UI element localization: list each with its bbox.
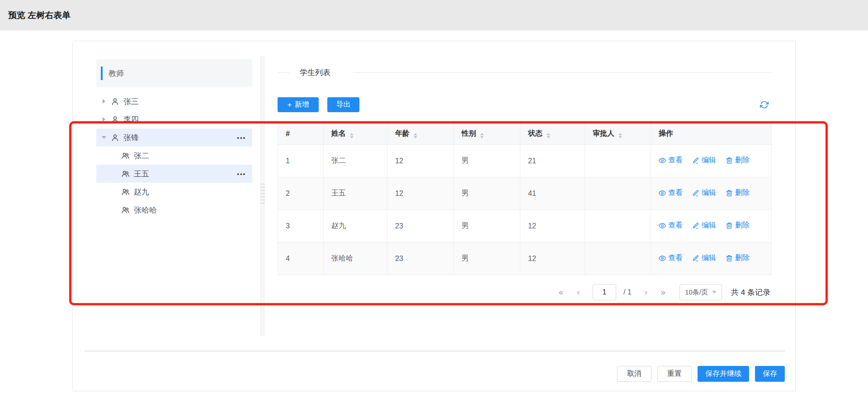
teacher-tree-panel: 教师 张三李四张锋•••张二王五•••赵九张哈哈 — [96, 59, 252, 219]
group-icon — [121, 152, 134, 160]
table-cell: 张二 — [324, 145, 387, 177]
table-cell: 41 — [520, 177, 585, 210]
save-and-continue-button[interactable]: 保存并继续 — [698, 366, 749, 382]
tree-item[interactable]: 赵九 — [96, 183, 252, 201]
add-button[interactable]: + 新增 — [278, 97, 319, 112]
table-header-cell[interactable]: 审批人 — [585, 123, 651, 145]
page-title: 预览 左树右表单 — [8, 9, 71, 21]
table-toolbar: + 新增 导出 — [278, 97, 771, 112]
table-cell: 男 — [454, 242, 520, 275]
table-header-cell[interactable]: 性别 — [454, 123, 520, 145]
more-button[interactable]: ••• — [237, 171, 246, 177]
edit-link[interactable]: 编辑 — [692, 156, 716, 165]
view-link[interactable]: 查看 — [659, 156, 683, 165]
total-records-label: 共 4 条记录 — [731, 287, 770, 298]
edit-link[interactable]: 编辑 — [692, 221, 716, 230]
column-label: 性别 — [462, 129, 476, 137]
view-link[interactable]: 查看 — [659, 221, 683, 230]
table-cell: 12 — [520, 242, 585, 275]
next-page-button[interactable]: › — [644, 288, 648, 297]
tree-item-label: 赵九 — [134, 187, 149, 197]
tree-item-label: 王五 — [134, 169, 149, 179]
table-cell — [585, 145, 651, 177]
table-cell: 男 — [454, 177, 520, 210]
group-icon — [121, 206, 134, 214]
delete-link[interactable]: 删除 — [726, 156, 750, 165]
tree-item-label: 张二 — [134, 151, 149, 161]
table-row: 4张哈哈23男12查看编辑删除 — [278, 242, 772, 275]
column-label: 审批人 — [593, 129, 614, 137]
table-cell: 1 — [278, 145, 324, 177]
sort-icon[interactable] — [350, 133, 354, 138]
reset-button[interactable]: 重置 — [657, 366, 692, 382]
table-cell: 4 — [278, 242, 324, 275]
tree-item[interactable]: 李四 — [96, 110, 252, 128]
tree-item[interactable]: 王五••• — [96, 165, 252, 183]
table-cell: 男 — [454, 145, 520, 177]
first-page-button[interactable]: « — [558, 288, 564, 297]
panel-splitter[interactable] — [260, 56, 264, 336]
prev-page-button[interactable]: ‹ — [576, 288, 580, 297]
delete-link[interactable]: 删除 — [726, 221, 750, 230]
caret-down-icon[interactable] — [102, 136, 106, 139]
current-page-input[interactable]: 1 — [593, 284, 616, 300]
table-header-row: #姓名年龄性别状态审批人操作 — [278, 123, 772, 145]
export-button[interactable]: 导出 — [327, 97, 359, 112]
table-row: 2王五12男41查看编辑删除 — [278, 177, 772, 210]
sort-icon[interactable] — [547, 133, 550, 138]
table-header-cell: # — [278, 123, 324, 145]
sort-icon[interactable] — [414, 133, 417, 138]
edit-link[interactable]: 编辑 — [692, 253, 716, 263]
tree-list: 张三李四张锋•••张二王五•••赵九张哈哈 — [96, 92, 252, 219]
more-button[interactable]: ••• — [237, 134, 246, 141]
cancel-button[interactable]: 取消 — [617, 366, 651, 382]
page-header-bar: 预览 左树右表单 — [0, 0, 868, 30]
table-header-cell[interactable]: 状态 — [520, 123, 585, 145]
table-row: 3赵九23男12查看编辑删除 — [278, 210, 772, 242]
student-list-section: 学生列表 + 新增 导出 #姓名年龄性别状态审批人操作 1张二12男21查看编辑… — [278, 41, 771, 392]
page-size-select[interactable]: 10条/页 — [679, 284, 722, 300]
tree-item[interactable]: 张哈哈 — [96, 201, 252, 219]
delete-link[interactable]: 删除 — [726, 188, 750, 198]
tree-item[interactable]: 张二 — [96, 147, 252, 165]
caret-right-icon[interactable] — [103, 117, 105, 122]
table-cell: 3 — [278, 210, 324, 242]
tree-panel-title: 教师 — [108, 68, 124, 79]
actions-cell: 查看编辑删除 — [651, 242, 772, 275]
sort-icon[interactable] — [480, 133, 484, 138]
section-title: 学生列表 — [300, 67, 330, 78]
view-link[interactable]: 查看 — [659, 253, 683, 263]
group-icon — [121, 188, 134, 196]
refresh-icon — [760, 100, 769, 109]
student-table: #姓名年龄性别状态审批人操作 1张二12男21查看编辑删除2王五12男41查看编… — [278, 123, 772, 275]
user-icon — [111, 97, 123, 106]
tree-item-label: 张三 — [123, 96, 139, 107]
tree-item[interactable]: 张三 — [96, 92, 252, 110]
trash-icon — [726, 157, 733, 164]
last-page-button[interactable]: » — [660, 288, 666, 297]
edit-link[interactable]: 编辑 — [692, 188, 716, 198]
actions-cell: 查看编辑删除 — [651, 177, 772, 210]
table-header-cell[interactable]: 年龄 — [387, 123, 454, 145]
divider-line — [278, 72, 290, 73]
edit-icon — [692, 255, 699, 262]
tree-panel-header: 教师 — [96, 59, 252, 87]
sort-icon[interactable] — [618, 133, 622, 138]
splitter-grip-icon[interactable] — [260, 184, 265, 204]
table-cell: 12 — [387, 177, 454, 210]
edit-icon — [692, 190, 699, 197]
table-cell: 男 — [454, 210, 520, 242]
caret-right-icon[interactable] — [103, 99, 105, 104]
column-label: # — [286, 130, 290, 138]
column-label: 操作 — [659, 129, 673, 137]
save-button[interactable]: 保存 — [755, 366, 785, 382]
table-header-cell[interactable]: 姓名 — [324, 123, 387, 145]
edit-icon — [692, 157, 699, 164]
refresh-button[interactable] — [760, 100, 769, 109]
table-cell: 12 — [387, 145, 454, 177]
delete-link[interactable]: 删除 — [726, 253, 750, 263]
tree-item[interactable]: 张锋••• — [96, 128, 252, 147]
edit-icon — [692, 222, 699, 229]
view-link[interactable]: 查看 — [659, 188, 683, 198]
trash-icon — [726, 190, 733, 197]
